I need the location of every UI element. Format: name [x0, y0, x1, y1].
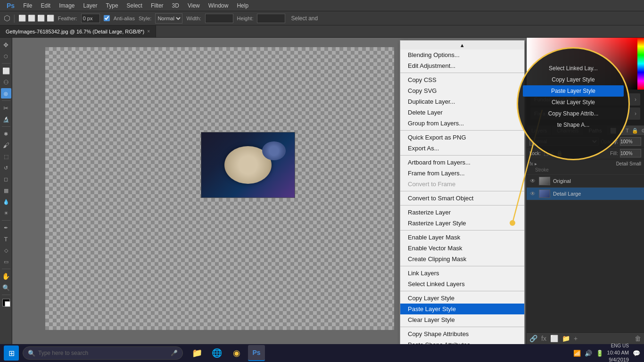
pen-tool[interactable]: ✒ [1, 222, 11, 233]
canvas-area[interactable]: ▴ Blending Options... Edit Adjustment...… [12, 38, 526, 344]
ann-copy-shape[interactable]: Copy Shape Attrib... [523, 108, 624, 119]
stamp-tool[interactable]: ⬚ [1, 151, 11, 162]
ctx-copy-svg[interactable]: Copy SVG [400, 85, 524, 96]
menu-select[interactable]: Select [123, 1, 146, 10]
add-mask-button[interactable]: ⬜ [550, 335, 558, 342]
style-select[interactable]: Normal [155, 13, 182, 24]
ctx-paste-shape-attributes[interactable]: Paste Shape Attributes [400, 339, 524, 344]
link-layers-button[interactable]: 🔗 [529, 335, 537, 342]
active-tab[interactable]: GettyImages-76185342.jpg @ 16.7% (Detail… [0, 25, 156, 37]
ctx-convert-smart-object[interactable]: Convert to Smart Object [400, 193, 524, 204]
ctx-scroll-up[interactable]: ▴ [400, 41, 524, 49]
ann-select-linked[interactable]: Select Linked Lay... [523, 63, 624, 74]
taskbar-edge[interactable]: 🌐 [208, 345, 225, 361]
ctx-edit-adjustment[interactable]: Edit Adjustment... [400, 60, 524, 71]
heal-tool[interactable]: ✱ [1, 129, 11, 139]
layer-vis-detail-large[interactable]: 👁 [529, 190, 536, 197]
menu-help[interactable]: Help [233, 1, 252, 10]
history-tool[interactable]: ↺ [1, 163, 11, 173]
eraser-tool[interactable]: ◻ [1, 174, 11, 184]
path-tool[interactable]: ◇ [1, 245, 11, 255]
ctx-frame-from-layers[interactable]: Frame from Layers... [400, 168, 524, 179]
layers-icon-5[interactable]: ⚙ [641, 128, 644, 134]
menu-type[interactable]: Type [102, 1, 122, 10]
ctx-blending-options[interactable]: Blending Options... [400, 49, 524, 60]
ctx-duplicate-layer[interactable]: Duplicate Layer... [400, 96, 524, 107]
feather-input[interactable] [81, 14, 100, 23]
notification-icon[interactable]: 💬 [633, 350, 640, 357]
layers-icon-3[interactable]: T [626, 128, 629, 133]
taskbar-photoshop[interactable]: Ps [248, 345, 265, 361]
ctx-copy-shape-attributes[interactable]: Copy Shape Attributes [400, 329, 524, 339]
blur-tool[interactable]: 💧 [1, 197, 11, 207]
search-bar[interactable]: 🔍 Type here to search 🎤 [23, 346, 183, 360]
foreground-color[interactable] [2, 299, 10, 306]
ctx-create-clipping-mask[interactable]: Create Clipping Mask [400, 254, 524, 264]
menu-edit[interactable]: Edit [37, 1, 54, 10]
menu-3d[interactable]: 3D [168, 1, 183, 10]
ctx-rasterize-layer[interactable]: Rasterize Layer [400, 207, 524, 218]
layer-vis-original[interactable]: 👁 [529, 178, 536, 184]
layer-row-original[interactable]: 👁 Original [527, 175, 644, 188]
ctx-quick-export[interactable]: Quick Export as PNG [400, 132, 524, 143]
width-input[interactable] [205, 14, 233, 23]
ctx-enable-vector-mask[interactable]: Enable Vector Mask [400, 243, 524, 254]
tab-close-button[interactable]: × [147, 29, 150, 34]
menu-layer[interactable]: Layer [80, 1, 101, 10]
ctx-artboard-from-layers[interactable]: Artboard from Layers... [400, 157, 524, 168]
battery-icon[interactable]: 🔋 [596, 350, 603, 357]
ctx-enable-layer-mask[interactable]: Enable Layer Mask [400, 232, 524, 243]
ctx-link-layers[interactable]: Link Layers [400, 268, 524, 279]
network-icon[interactable]: 📶 [573, 350, 581, 357]
ctx-select-linked-layers[interactable]: Select Linked Layers [400, 279, 524, 289]
fill-input[interactable] [620, 149, 641, 157]
ctx-clear-layer-style[interactable]: Clear Layer Style [400, 314, 524, 325]
brush-tool[interactable]: 🖌 [1, 140, 11, 150]
search-mic-icon[interactable]: 🎤 [171, 350, 178, 356]
anti-alias-checkbox[interactable] [104, 15, 110, 21]
background-color[interactable] [5, 301, 10, 307]
datetime-display[interactable]: ENG US 10:40 AM 9/4/2019 [607, 343, 629, 362]
menu-file[interactable]: File [19, 1, 36, 10]
add-fx-button[interactable]: fx [541, 335, 546, 342]
eyedropper-tool[interactable]: 🔬 [1, 114, 11, 124]
ps-logo[interactable]: Ps [3, 1, 18, 10]
ctx-group-from-layers[interactable]: Group from Layers... [400, 118, 524, 129]
taskbar-file-explorer[interactable]: 📁 [189, 345, 206, 361]
start-button[interactable]: ⊞ [4, 346, 19, 361]
ctx-delete-layer[interactable]: Delete Layer [400, 107, 524, 118]
artboard-tool[interactable]: ⬡ [1, 51, 11, 61]
ctx-rasterize-layer-style[interactable]: Rasterize Layer Style [400, 218, 524, 229]
taskbar-chrome[interactable]: ◉ [228, 345, 245, 361]
zoom-tool[interactable]: 🔍 [1, 282, 11, 293]
ann-paste-layer-style[interactable]: Paste Layer Style [523, 85, 624, 97]
menu-window[interactable]: Window [205, 1, 232, 10]
move-tool[interactable]: ✥ [1, 40, 11, 50]
volume-icon[interactable]: 🔊 [585, 350, 592, 357]
height-input[interactable] [257, 14, 285, 23]
menu-filter[interactable]: Filter [147, 1, 167, 10]
hue-slider[interactable] [637, 38, 644, 90]
ctx-export-as[interactable]: Export As... [400, 143, 524, 154]
layer-row-detail-large[interactable]: 👁 Detail Large [527, 188, 644, 200]
layers-icon-4[interactable]: 🔒 [632, 128, 638, 134]
ctx-copy-layer-style[interactable]: Copy Layer Style [400, 293, 524, 304]
ctx-copy-css[interactable]: Copy CSS [400, 74, 524, 85]
gradient-tool[interactable]: ▦ [1, 185, 11, 196]
opacity-input[interactable] [620, 137, 641, 146]
dodge-tool[interactable]: ☀ [1, 208, 11, 218]
crop-tool[interactable]: ✂ [1, 103, 11, 113]
marquee-tool[interactable]: ⬜ [1, 66, 11, 76]
create-group-button[interactable]: 📁 [562, 335, 570, 342]
delete-layer-button[interactable]: 🗑 [635, 335, 641, 342]
ann-paste-shape[interactable]: te Shape A... [523, 119, 624, 131]
menu-view[interactable]: View [184, 1, 204, 10]
type-tool[interactable]: T [1, 234, 11, 244]
shape-tool[interactable]: ▭ [1, 256, 11, 267]
ctx-paste-layer-style[interactable]: Paste Layer Style [400, 304, 524, 314]
create-layer-button[interactable]: + [574, 335, 578, 342]
quick-select-tool[interactable]: ◎ [1, 88, 11, 99]
hand-tool[interactable]: ✋ [1, 271, 11, 281]
lasso-tool[interactable]: ⚇ [1, 77, 11, 87]
ann-clear-layer-style[interactable]: Clear Layer Style [523, 97, 624, 108]
